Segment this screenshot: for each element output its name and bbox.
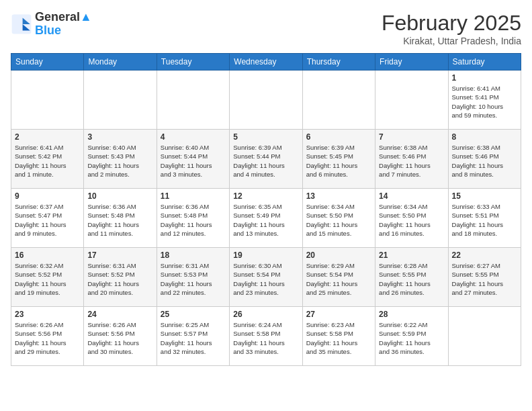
day-info: Sunrise: 6:32 AMSunset: 5:52 PMDaylight:… [15,261,80,297]
calendar-cell: 4Sunrise: 6:40 AMSunset: 5:44 PMDaylight… [157,130,229,189]
day-info: Sunrise: 6:37 AMSunset: 5:47 PMDaylight:… [15,202,80,238]
day-info: Sunrise: 6:24 AMSunset: 5:58 PMDaylight:… [233,320,298,356]
day-number: 3 [87,132,152,142]
day-number: 22 [452,250,517,260]
day-number: 5 [233,132,298,142]
day-info: Sunrise: 6:36 AMSunset: 5:48 PMDaylight:… [161,202,226,238]
calendar-cell: 12Sunrise: 6:35 AMSunset: 5:49 PMDayligh… [230,189,302,248]
day-info: Sunrise: 6:40 AMSunset: 5:43 PMDaylight:… [87,143,152,179]
calendar-cell: 27Sunrise: 6:23 AMSunset: 5:58 PMDayligh… [302,307,375,366]
weekday-header-monday: Monday [84,54,157,71]
day-number: 17 [87,250,152,260]
day-number: 2 [15,132,80,142]
day-info: Sunrise: 6:39 AMSunset: 5:44 PMDaylight:… [233,143,298,179]
day-number: 18 [161,250,226,260]
day-number: 15 [452,191,517,201]
calendar-cell: 25Sunrise: 6:25 AMSunset: 5:57 PMDayligh… [157,307,229,366]
weekday-header-row: SundayMondayTuesdayWednesdayThursdayFrid… [11,54,521,71]
calendar-cell: 21Sunrise: 6:28 AMSunset: 5:55 PMDayligh… [375,248,448,307]
calendar-cell: 1Sunrise: 6:41 AMSunset: 5:41 PMDaylight… [448,71,521,130]
day-info: Sunrise: 6:41 AMSunset: 5:42 PMDaylight:… [15,143,80,179]
day-number: 12 [233,191,298,201]
calendar-cell [230,71,302,130]
calendar-cell: 26Sunrise: 6:24 AMSunset: 5:58 PMDayligh… [230,307,302,366]
calendar-cell: 22Sunrise: 6:27 AMSunset: 5:55 PMDayligh… [448,248,521,307]
month-title: February 2025 [382,11,521,36]
day-number: 10 [87,191,152,201]
weekday-header-sunday: Sunday [11,54,84,71]
weekday-header-wednesday: Wednesday [230,54,302,71]
calendar-cell: 5Sunrise: 6:39 AMSunset: 5:44 PMDaylight… [230,130,302,189]
calendar-cell: 23Sunrise: 6:26 AMSunset: 5:56 PMDayligh… [11,307,84,366]
day-info: Sunrise: 6:40 AMSunset: 5:44 PMDaylight:… [161,143,226,179]
calendar-cell: 11Sunrise: 6:36 AMSunset: 5:48 PMDayligh… [157,189,229,248]
day-number: 23 [15,310,80,319]
day-info: Sunrise: 6:26 AMSunset: 5:56 PMDaylight:… [87,320,152,356]
day-info: Sunrise: 6:23 AMSunset: 5:58 PMDaylight:… [306,320,371,356]
day-info: Sunrise: 6:25 AMSunset: 5:57 PMDaylight:… [161,320,226,356]
calendar-cell [448,307,521,366]
calendar-cell: 3Sunrise: 6:40 AMSunset: 5:43 PMDaylight… [84,130,157,189]
calendar-cell: 13Sunrise: 6:34 AMSunset: 5:50 PMDayligh… [302,189,375,248]
day-info: Sunrise: 6:33 AMSunset: 5:51 PMDaylight:… [452,202,517,238]
day-number: 11 [161,191,226,201]
day-info: Sunrise: 6:34 AMSunset: 5:50 PMDaylight:… [306,202,371,238]
calendar-cell: 2Sunrise: 6:41 AMSunset: 5:42 PMDaylight… [11,130,84,189]
day-info: Sunrise: 6:34 AMSunset: 5:50 PMDaylight:… [379,202,444,238]
day-info: Sunrise: 6:39 AMSunset: 5:45 PMDaylight:… [306,143,371,179]
day-info: Sunrise: 6:36 AMSunset: 5:48 PMDaylight:… [87,202,152,238]
calendar-cell: 24Sunrise: 6:26 AMSunset: 5:56 PMDayligh… [84,307,157,366]
weekday-header-friday: Friday [375,54,448,71]
day-info: Sunrise: 6:27 AMSunset: 5:55 PMDaylight:… [452,261,517,297]
calendar-cell: 28Sunrise: 6:22 AMSunset: 5:59 PMDayligh… [375,307,448,366]
day-number: 21 [379,250,444,260]
calendar-week-2: 2Sunrise: 6:41 AMSunset: 5:42 PMDaylight… [11,130,521,189]
day-info: Sunrise: 6:31 AMSunset: 5:52 PMDaylight:… [87,261,152,297]
day-number: 28 [379,310,444,319]
calendar-week-5: 23Sunrise: 6:26 AMSunset: 5:56 PMDayligh… [11,307,521,366]
day-info: Sunrise: 6:26 AMSunset: 5:56 PMDaylight:… [15,320,80,356]
day-info: Sunrise: 6:35 AMSunset: 5:49 PMDaylight:… [233,202,298,238]
weekday-header-saturday: Saturday [448,54,521,71]
calendar-cell [11,71,84,130]
day-number: 24 [87,310,152,319]
calendar-table: SundayMondayTuesdayWednesdayThursdayFrid… [11,53,521,366]
day-number: 27 [306,310,371,319]
location: Kirakat, Uttar Pradesh, India [382,36,521,46]
calendar-cell [302,71,375,130]
weekday-header-thursday: Thursday [302,54,375,71]
calendar-cell [157,71,229,130]
day-number: 13 [306,191,371,201]
day-number: 7 [379,132,444,142]
day-info: Sunrise: 6:38 AMSunset: 5:46 PMDaylight:… [452,143,517,179]
day-info: Sunrise: 6:29 AMSunset: 5:54 PMDaylight:… [306,261,371,297]
calendar-cell: 8Sunrise: 6:38 AMSunset: 5:46 PMDaylight… [448,130,521,189]
day-info: Sunrise: 6:41 AMSunset: 5:41 PMDaylight:… [452,84,517,120]
calendar-cell: 10Sunrise: 6:36 AMSunset: 5:48 PMDayligh… [84,189,157,248]
day-number: 9 [15,191,80,201]
calendar-week-3: 9Sunrise: 6:37 AMSunset: 5:47 PMDaylight… [11,189,521,248]
day-number: 6 [306,132,371,142]
logo-text: General▲ Blue [35,11,92,38]
title-block: February 2025 Kirakat, Uttar Pradesh, In… [382,11,521,46]
day-number: 1 [452,73,517,83]
calendar-cell: 15Sunrise: 6:33 AMSunset: 5:51 PMDayligh… [448,189,521,248]
day-info: Sunrise: 6:30 AMSunset: 5:54 PMDaylight:… [233,261,298,297]
calendar-cell: 7Sunrise: 6:38 AMSunset: 5:46 PMDaylight… [375,130,448,189]
calendar-cell: 16Sunrise: 6:32 AMSunset: 5:52 PMDayligh… [11,248,84,307]
logo: General▲ Blue [11,11,92,38]
day-number: 20 [306,250,371,260]
day-number: 26 [233,310,298,319]
day-number: 25 [161,310,226,319]
day-number: 14 [379,191,444,201]
calendar-week-1: 1Sunrise: 6:41 AMSunset: 5:41 PMDaylight… [11,71,521,130]
calendar-cell: 19Sunrise: 6:30 AMSunset: 5:54 PMDayligh… [230,248,302,307]
day-number: 4 [161,132,226,142]
calendar-cell [375,71,448,130]
weekday-header-tuesday: Tuesday [157,54,229,71]
logo-icon [11,13,32,35]
calendar-cell: 18Sunrise: 6:31 AMSunset: 5:53 PMDayligh… [157,248,229,307]
calendar-cell: 20Sunrise: 6:29 AMSunset: 5:54 PMDayligh… [302,248,375,307]
day-info: Sunrise: 6:31 AMSunset: 5:53 PMDaylight:… [161,261,226,297]
calendar-cell: 17Sunrise: 6:31 AMSunset: 5:52 PMDayligh… [84,248,157,307]
